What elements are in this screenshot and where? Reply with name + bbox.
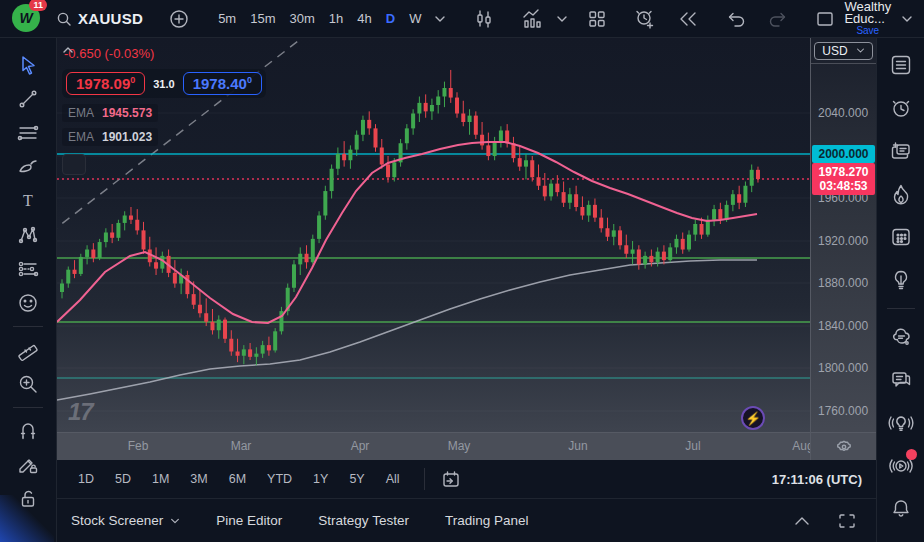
undo-icon bbox=[726, 11, 746, 27]
sell-bid-button[interactable]: 1978.090 bbox=[66, 72, 145, 95]
indicator-templates-button[interactable] bbox=[550, 9, 574, 29]
brush-icon bbox=[17, 156, 39, 178]
chart-legend: -0.650 (-0.03%) 1978.090 31.0 1978.400 E… bbox=[62, 46, 266, 175]
range-1y[interactable]: 1Y bbox=[306, 468, 335, 490]
streams-button[interactable] bbox=[883, 447, 919, 485]
timeframe-1h[interactable]: 1h bbox=[322, 7, 350, 30]
indicators-icon bbox=[522, 9, 544, 29]
save-layout-link[interactable]: Save bbox=[856, 25, 879, 37]
layout-select-button[interactable] bbox=[810, 7, 840, 31]
tradingview-app: W 11 XAUUSD 5m15m30m1h4hDW bbox=[0, 0, 924, 542]
tab-stock-screener[interactable]: Stock Screener bbox=[71, 513, 180, 528]
timeframe-15m[interactable]: 15m bbox=[243, 7, 282, 30]
timeframe-30m[interactable]: 30m bbox=[283, 7, 322, 30]
cursor-tool-button[interactable] bbox=[9, 48, 47, 82]
range-3m[interactable]: 3M bbox=[183, 468, 214, 490]
redo-icon bbox=[768, 11, 788, 27]
price-tick: 1840.000 bbox=[811, 319, 876, 333]
redo-button[interactable] bbox=[762, 7, 794, 31]
alert-clock-plus-icon bbox=[634, 9, 656, 29]
layout-menu-button[interactable] bbox=[895, 9, 919, 29]
notes-button[interactable] bbox=[883, 132, 919, 170]
symbol-search-button[interactable]: XAUUSD bbox=[50, 6, 149, 31]
forecast-tool-button[interactable] bbox=[9, 252, 47, 286]
undo-button[interactable] bbox=[720, 7, 752, 31]
go-to-date-button[interactable] bbox=[435, 466, 467, 492]
gear-icon bbox=[836, 439, 852, 455]
layout-grid-button[interactable] bbox=[582, 6, 612, 32]
sidebar-divider bbox=[887, 308, 915, 309]
range-5y[interactable]: 5Y bbox=[342, 468, 371, 490]
hotlists-button[interactable] bbox=[883, 175, 919, 213]
timeframe-D[interactable]: D bbox=[379, 7, 402, 30]
lock-all-drawings-button[interactable] bbox=[9, 482, 47, 516]
price-tick: 2040.000 bbox=[811, 106, 876, 120]
range-6m[interactable]: 6M bbox=[222, 468, 253, 490]
live-indicator-dot bbox=[906, 449, 917, 460]
tab-trading-panel[interactable]: Trading Panel bbox=[445, 513, 529, 528]
drawing-lock-mode-button[interactable] bbox=[9, 448, 47, 482]
timeframe-menu-button[interactable] bbox=[428, 9, 452, 29]
ema-slow-legend[interactable]: EMA1901.023 bbox=[62, 128, 158, 146]
price-level-badge[interactable]: 2000.000 bbox=[812, 145, 875, 163]
magnet-mode-button[interactable] bbox=[9, 414, 47, 448]
bell-icon bbox=[889, 497, 913, 521]
currency-dropdown[interactable]: USD bbox=[814, 42, 872, 60]
range-5d[interactable]: 5D bbox=[108, 468, 138, 490]
notifications-button[interactable] bbox=[883, 490, 919, 528]
trendline-tool-button[interactable] bbox=[9, 82, 47, 116]
time-axis[interactable]: FebMarAprMayJunJulAug bbox=[57, 432, 810, 460]
measure-tool-button[interactable] bbox=[9, 333, 47, 367]
chevron-down-icon bbox=[170, 516, 180, 526]
chart-type-button[interactable] bbox=[468, 5, 500, 33]
chart-pane[interactable]: -0.650 (-0.03%) 1978.090 31.0 1978.400 E… bbox=[57, 38, 810, 432]
range-all[interactable]: All bbox=[379, 468, 407, 490]
bar-replay-button[interactable] bbox=[672, 7, 704, 31]
xabcd-pattern-icon bbox=[17, 224, 39, 246]
price-scale[interactable]: USD 2040.0001960.0001920.0001880.0001840… bbox=[810, 38, 876, 460]
fib-retracement-tool-button[interactable] bbox=[9, 116, 47, 150]
user-menu-button[interactable]: W 11 bbox=[12, 4, 40, 34]
emoji-tool-button[interactable] bbox=[9, 286, 47, 320]
ema-fast-legend[interactable]: EMA1945.573 bbox=[62, 104, 158, 122]
alarm-clock-icon bbox=[889, 96, 913, 120]
calendar-button[interactable] bbox=[883, 218, 919, 256]
tab-pine-editor[interactable]: Pine Editor bbox=[216, 513, 282, 528]
layout-name-button[interactable]: Wealthy Educ... Save bbox=[844, 1, 891, 37]
text-icon: T bbox=[17, 190, 39, 212]
create-alert-button[interactable] bbox=[628, 5, 662, 33]
text-tool-button[interactable]: T bbox=[9, 184, 47, 218]
ideas-button[interactable] bbox=[883, 261, 919, 299]
alerts-button[interactable] bbox=[883, 89, 919, 127]
fullscreen-button[interactable] bbox=[832, 509, 862, 533]
currency-row: USD bbox=[811, 38, 876, 64]
boost-button[interactable]: ⚡ bbox=[741, 406, 765, 430]
calendar-goto-icon bbox=[441, 470, 461, 488]
pencil-lock-icon bbox=[17, 454, 39, 476]
brush-tool-button[interactable] bbox=[9, 150, 47, 184]
compare-add-button[interactable] bbox=[163, 5, 195, 33]
live-ideas-button[interactable] bbox=[883, 404, 919, 442]
grid-layout-icon bbox=[588, 10, 606, 28]
expand-panel-button[interactable] bbox=[788, 512, 816, 530]
timeframe-5m[interactable]: 5m bbox=[211, 7, 243, 30]
legend-collapse-button[interactable] bbox=[62, 154, 86, 175]
tab-strategy-tester[interactable]: Strategy Tester bbox=[318, 513, 409, 528]
range-1d[interactable]: 1D bbox=[71, 468, 101, 490]
range-1m[interactable]: 1M bbox=[145, 468, 176, 490]
last-price-value: 1978.270 bbox=[812, 165, 875, 179]
watchlist-icon bbox=[889, 53, 913, 77]
timeframe-W[interactable]: W bbox=[402, 7, 428, 30]
watchlist-button[interactable] bbox=[883, 46, 919, 84]
thought-cloud-icon bbox=[889, 325, 913, 349]
range-ytd[interactable]: YTD bbox=[260, 468, 299, 490]
timeframe-4h[interactable]: 4h bbox=[350, 7, 378, 30]
buy-ask-button[interactable]: 1978.400 bbox=[183, 72, 262, 95]
zoom-in-tool-button[interactable] bbox=[9, 367, 47, 401]
session-clock[interactable]: 17:11:06 (UTC) bbox=[772, 472, 862, 487]
indicators-button[interactable] bbox=[516, 5, 550, 33]
scale-settings-button[interactable] bbox=[811, 432, 877, 460]
pattern-tool-button[interactable] bbox=[9, 218, 47, 252]
minds-button[interactable] bbox=[883, 318, 919, 356]
chats-button[interactable] bbox=[883, 361, 919, 399]
